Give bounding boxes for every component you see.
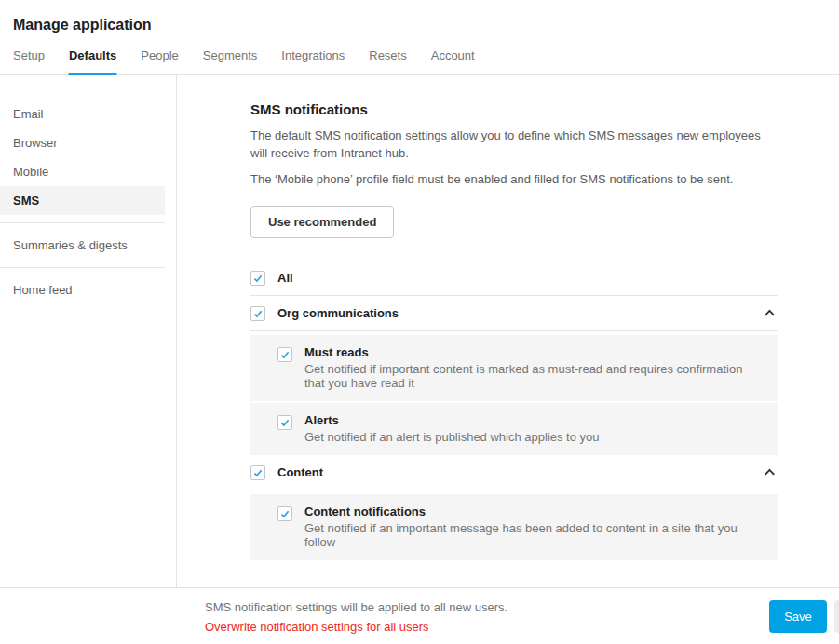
check-icon <box>252 467 264 478</box>
checkbox-row-all: All <box>250 261 778 296</box>
sidebar-item-mobile[interactable]: Mobile <box>0 157 165 186</box>
sidebar-item-home-feed[interactable]: Home feed <box>0 275 165 304</box>
page-body: Email Browser Mobile SMS Summaries & dig… <box>0 75 839 587</box>
save-button[interactable]: Save <box>769 600 827 633</box>
sidebar-item-email[interactable]: Email <box>0 100 165 128</box>
must-reads-checkbox[interactable] <box>277 347 292 362</box>
alerts-label: Alerts <box>304 413 600 428</box>
sidebar-item-summaries-digests[interactable]: Summaries & digests <box>0 231 165 260</box>
all-label: All <box>277 271 293 285</box>
sub-setting-panel-content-notifications: Content notifications Get notified if an… <box>250 494 778 560</box>
tab-defaults[interactable]: Defaults <box>69 48 116 74</box>
content-notifications-label: Content notifications <box>304 504 755 519</box>
sidebar-divider <box>0 222 165 223</box>
footer-text-block: SMS notification settings will be applie… <box>205 597 507 637</box>
check-icon <box>252 273 264 284</box>
check-icon <box>279 417 291 428</box>
org-communications-label: Org communications <box>277 306 399 320</box>
alerts-description: Get notified if an alert is published wh… <box>304 430 600 444</box>
intro-text-2: The ‘Mobile phone’ profile field must be… <box>250 170 778 188</box>
chevron-up-icon[interactable] <box>762 465 777 480</box>
tab-people[interactable]: People <box>141 48 178 74</box>
tab-integrations[interactable]: Integrations <box>281 48 345 74</box>
sub-setting-panel-must-reads: Must reads Get notified if important con… <box>250 335 778 401</box>
sidebar: Email Browser Mobile SMS Summaries & dig… <box>0 75 177 587</box>
sub-setting-panel-alerts: Alerts Get notified if an alert is publi… <box>250 403 778 455</box>
page-title: Manage application <box>13 17 839 34</box>
footer-bar: SMS notification settings will be applie… <box>0 587 839 644</box>
content-label: Content <box>277 465 323 479</box>
use-recommended-button[interactable]: Use recommended <box>250 206 394 238</box>
content-notifications-checkbox[interactable] <box>277 506 292 521</box>
header: Manage application Setup Defaults People… <box>0 0 839 75</box>
section-heading: SMS notifications <box>250 101 778 117</box>
tab-segments[interactable]: Segments <box>203 48 258 74</box>
checkbox-row-org-communications: Org communications <box>250 296 778 331</box>
overwrite-settings-link[interactable]: Overwrite notification settings for all … <box>205 617 507 637</box>
tab-resets[interactable]: Resets <box>369 48 406 74</box>
alerts-checkbox[interactable] <box>277 415 292 430</box>
sidebar-item-sms[interactable]: SMS <box>0 186 165 215</box>
sidebar-divider <box>0 267 165 268</box>
content-checkbox[interactable] <box>250 465 265 480</box>
checkbox-row-content: Content <box>250 455 778 490</box>
content-notifications-description: Get notified if an important message has… <box>304 521 755 549</box>
tab-bar: Setup Defaults People Segments Integrati… <box>0 48 839 75</box>
chevron-up-icon[interactable] <box>762 306 777 321</box>
org-communications-checkbox[interactable] <box>250 306 265 321</box>
check-icon <box>279 508 291 519</box>
must-reads-description: Get notified if important content is mar… <box>304 362 755 390</box>
tab-setup[interactable]: Setup <box>13 48 45 74</box>
must-reads-label: Must reads <box>304 345 755 360</box>
check-icon <box>279 349 291 360</box>
tab-account[interactable]: Account <box>431 48 475 74</box>
sidebar-item-browser[interactable]: Browser <box>0 128 165 157</box>
check-icon <box>252 308 264 319</box>
main-panel: SMS notifications The default SMS notifi… <box>177 75 839 587</box>
footer-note: SMS notification settings will be applie… <box>205 597 507 617</box>
intro-text-1: The default SMS notification settings al… <box>250 127 778 162</box>
edge-element-peek <box>834 600 839 633</box>
all-checkbox[interactable] <box>250 271 265 286</box>
